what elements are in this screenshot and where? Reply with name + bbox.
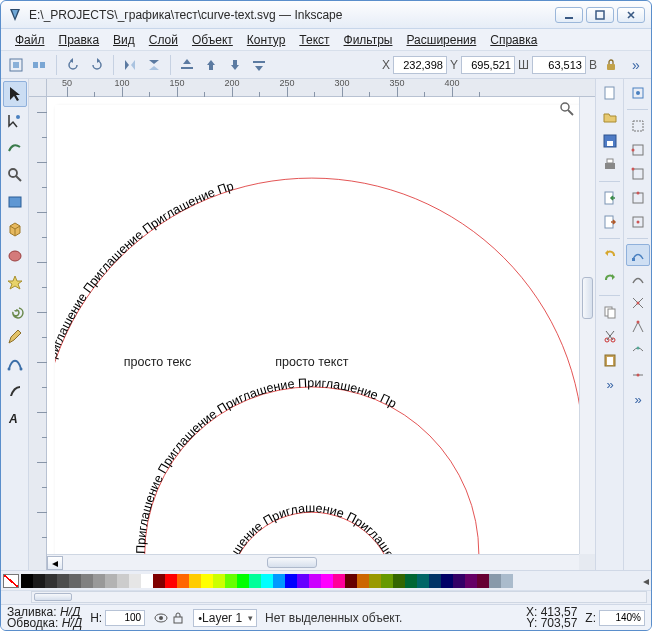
flip-v-icon[interactable] [143,54,165,76]
select-samecolor-icon[interactable] [29,54,51,76]
star-tool[interactable] [3,270,27,296]
opacity-input[interactable] [105,610,145,626]
scrollbar-vertical[interactable] [579,97,595,554]
calligraphy-tool[interactable] [3,378,27,404]
color-swatch[interactable] [285,574,297,588]
palette-scroll-thumb[interactable] [34,593,72,601]
snap-bbox-midpoint-icon[interactable] [626,187,650,209]
export-icon[interactable] [598,211,622,233]
plain-text-1[interactable]: просто текс [124,355,191,369]
layer-selector[interactable]: • Layer 1 [193,609,257,627]
canvas[interactable]: Приглашение Приглашение Приглашение Приг… [47,97,579,554]
3dbox-tool[interactable] [3,216,27,242]
lower-icon[interactable] [224,54,246,76]
snap-intersection-icon[interactable] [626,292,650,314]
menu-edit[interactable]: Правка [53,31,106,49]
toolbar-more-icon[interactable]: » [625,54,647,76]
ruler-horizontal[interactable]: 50100150200250300350400 [47,79,595,97]
color-swatch[interactable] [189,574,201,588]
palette-menu-icon[interactable]: ◂ [643,574,649,588]
menu-filters[interactable]: Фильтры [338,31,399,49]
snap-nodes-icon[interactable] [626,244,650,266]
import-icon[interactable] [598,187,622,209]
tweak-tool[interactable] [3,135,27,161]
color-swatch[interactable] [141,574,153,588]
text-tool[interactable]: A [3,405,27,431]
color-swatch[interactable] [393,574,405,588]
menu-object[interactable]: Объект [186,31,239,49]
snap-bbox-center-icon[interactable] [626,211,650,233]
color-swatch[interactable] [297,574,309,588]
menu-extensions[interactable]: Расширения [400,31,482,49]
curve-text-1[interactable]: Приглашение Приглашение Приглашение Приг… [55,179,235,450]
select-tool[interactable] [3,81,27,107]
print-icon[interactable] [598,154,622,176]
snap-bbox-edge-icon[interactable] [626,139,650,161]
color-swatch[interactable] [57,574,69,588]
color-swatch[interactable] [21,574,33,588]
color-swatch[interactable] [201,574,213,588]
flip-h-icon[interactable] [119,54,141,76]
color-swatch[interactable] [309,574,321,588]
color-swatch[interactable] [477,574,489,588]
color-swatch[interactable] [129,574,141,588]
coord-y-input[interactable] [461,56,515,74]
color-swatch[interactable] [105,574,117,588]
snap-midpoint-icon[interactable] [626,364,650,386]
zoom-page-icon[interactable] [559,101,575,117]
lock-icon[interactable] [600,54,622,76]
bezier-tool[interactable] [3,351,27,377]
undo-icon[interactable] [598,244,622,266]
snap-bbox-corner-icon[interactable] [626,163,650,185]
color-swatch[interactable] [93,574,105,588]
snap-bbox-icon[interactable] [626,115,650,137]
plain-text-2[interactable]: просто текст [275,355,348,369]
ellipse-tool[interactable] [3,243,27,269]
color-swatch[interactable] [81,574,93,588]
redo-icon[interactable] [598,268,622,290]
color-swatch[interactable] [213,574,225,588]
raise-icon[interactable] [200,54,222,76]
color-swatch[interactable] [381,574,393,588]
menu-help[interactable]: Справка [484,31,543,49]
copy-icon[interactable] [598,301,622,323]
snap-cusp-icon[interactable] [626,316,650,338]
scrollbar-v-thumb[interactable] [582,277,593,319]
ruler-vertical[interactable] [29,97,47,570]
color-swatch[interactable] [453,574,465,588]
rotate-ccw-icon[interactable] [62,54,84,76]
menu-file[interactable]: Файл [9,31,51,49]
color-swatch[interactable] [177,574,189,588]
color-swatch[interactable] [321,574,333,588]
color-swatch[interactable] [225,574,237,588]
palette-scrollbar[interactable] [31,591,647,603]
open-icon[interactable] [598,106,622,128]
snap-more-icon[interactable]: » [626,388,650,410]
cut-icon[interactable] [598,325,622,347]
scrollbar-horizontal[interactable]: ◂ [47,554,579,570]
save-icon[interactable] [598,130,622,152]
color-swatch[interactable] [441,574,453,588]
color-swatch[interactable] [357,574,369,588]
pencil-tool[interactable] [3,324,27,350]
new-doc-icon[interactable] [598,82,622,104]
snap-toggle-icon[interactable] [626,82,650,104]
color-swatch[interactable] [405,574,417,588]
scroll-left-icon[interactable]: ◂ [47,556,63,570]
color-swatch[interactable] [69,574,81,588]
layer-visibility-icon[interactable] [153,611,169,625]
color-swatch[interactable] [501,574,513,588]
close-button[interactable] [617,7,645,23]
commands-more-icon[interactable]: » [598,373,622,395]
zoom-tool[interactable] [3,162,27,188]
paste-icon[interactable] [598,349,622,371]
menu-view[interactable]: Вид [107,31,141,49]
zoom-input[interactable] [599,610,645,626]
color-swatch[interactable] [261,574,273,588]
no-color-swatch[interactable] [3,574,19,588]
curve-text-3[interactable]: Приглашение Приглашение Приглашение Приг… [67,105,407,554]
color-swatch[interactable] [489,574,501,588]
color-swatch[interactable] [153,574,165,588]
lower-bottom-icon[interactable] [248,54,270,76]
raise-top-icon[interactable] [176,54,198,76]
